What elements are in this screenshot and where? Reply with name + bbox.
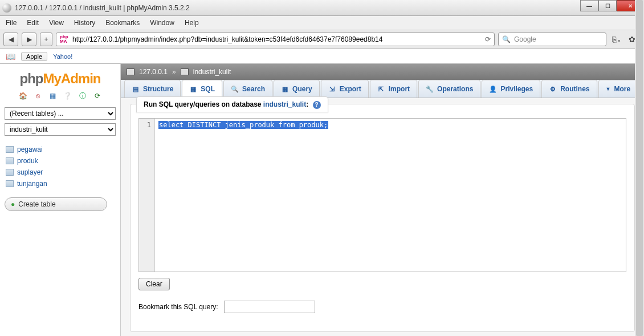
editor-gutter: 1 (139, 119, 155, 272)
table-icon (6, 146, 14, 153)
tab-bar: ▤Structure ▦SQL 🔍Search ▦Query ⇲Export ⇱… (121, 80, 644, 98)
search-box[interactable]: 🔍 Google (498, 33, 606, 46)
tab-import[interactable]: ⇱Import (370, 80, 417, 98)
search-tab-icon: 🔍 (231, 85, 239, 93)
sidebar-icon-row: 🏠 ⎋ ▦ ❔ ⓘ ⟳ (19, 91, 102, 100)
minimize-button[interactable]: — (580, 0, 598, 11)
chevron-down-icon: ▼ (606, 86, 611, 92)
tab-search[interactable]: 🔍Search (223, 80, 272, 98)
breadcrumb: 127.0.0.1 » industri_kulit (121, 64, 644, 80)
tab-operations[interactable]: 🔧Operations (418, 80, 480, 98)
menu-file[interactable]: File (6, 19, 17, 27)
bookmark-label: Bookmark this SQL query: (138, 303, 218, 311)
query-icon: ▦ (281, 85, 289, 93)
sidebar: phpMyAdmin 🏠 ⎋ ▦ ❔ ⓘ ⟳ (Recent tables) .… (0, 64, 121, 336)
table-list: pegawai produk suplayer tunjangan (5, 144, 116, 189)
url-text: http://127.0.0.1/phpmyadmin/index.php?db… (72, 35, 482, 43)
pma-logo: phpMyAdmin (20, 71, 101, 87)
database-select[interactable]: industri_kulit (5, 123, 116, 136)
logo-myadmin: MyAdmin (43, 71, 100, 86)
tab-more[interactable]: ▼More (598, 80, 638, 98)
clear-button[interactable]: Clear (138, 278, 170, 290)
browser-menubar: File Edit View History Bookmarks Window … (0, 16, 644, 30)
tab-sql[interactable]: ▦SQL (182, 80, 222, 98)
create-table-button[interactable]: ● Create table (5, 197, 107, 211)
search-icon: 🔍 (502, 35, 511, 43)
menu-window[interactable]: Window (150, 19, 174, 27)
docs-icon[interactable]: ❔ (63, 91, 72, 100)
exit-icon[interactable]: ⎋ (34, 91, 43, 100)
bookmark-apple[interactable]: Apple (21, 52, 47, 61)
reload-sidebar-icon[interactable]: ⟳ (93, 91, 102, 100)
bookmarks-icon[interactable]: 📖 (6, 52, 15, 61)
sql-selection: select DISTINCT jenis_produk from produk… (158, 121, 328, 129)
operations-icon: 🔧 (426, 85, 434, 93)
bookmark-row: Bookmark this SQL query: (138, 301, 626, 313)
menu-view[interactable]: View (49, 19, 64, 27)
app-body: phpMyAdmin 🏠 ⎋ ▦ ❔ ⓘ ⟳ (Recent tables) .… (0, 64, 644, 336)
sql-icon[interactable]: ▦ (48, 91, 58, 100)
structure-icon: ▤ (132, 85, 140, 93)
sql-panel: Run SQL query/queries on database indust… (130, 104, 635, 332)
recent-tables-select[interactable]: (Recent tables) ... (5, 107, 116, 120)
maximize-button[interactable]: ☐ (598, 0, 617, 11)
run-query-label: Run SQL query/queries on database indust… (136, 96, 328, 112)
home-icon[interactable]: 🏠 (19, 91, 28, 100)
add-tab-button[interactable]: + (40, 33, 52, 46)
import-icon: ⇱ (377, 85, 385, 93)
table-link-pegawai[interactable]: pegawai (5, 144, 116, 155)
reload-icon[interactable]: ⟳ (485, 35, 491, 43)
table-link-tunjangan[interactable]: tunjangan (5, 178, 116, 189)
url-toolbar: ◀ ▶ + php MA http://127.0.0.1/phpmyadmin… (0, 30, 644, 49)
info-icon[interactable]: ⓘ (78, 91, 87, 100)
tab-export[interactable]: ⇲Export (321, 80, 369, 98)
sql-tab-icon: ▦ (189, 85, 197, 93)
breadcrumb-sep: » (172, 68, 176, 76)
window-title: 127.0.0.1 / 127.0.0.1 / industri_kulit |… (15, 4, 642, 12)
tab-privileges[interactable]: 👤Privileges (482, 80, 540, 98)
new-window-icon[interactable]: ⎘▾ (610, 33, 623, 46)
menu-history[interactable]: History (74, 19, 95, 27)
forward-button[interactable]: ▶ (22, 33, 36, 46)
content-area: 127.0.0.1 » industri_kulit ▤Structure ▦S… (121, 64, 644, 336)
plus-icon: ● (11, 200, 15, 208)
tab-query[interactable]: ▦Query (274, 80, 320, 98)
window-titlebar: 127.0.0.1 / 127.0.0.1 / industri_kulit |… (0, 0, 644, 16)
search-placeholder: Google (514, 35, 536, 43)
table-link-produk[interactable]: produk (5, 155, 116, 167)
tab-structure[interactable]: ▤Structure (124, 80, 181, 98)
logo-php: php (20, 71, 43, 86)
run-query-db: industri_kulit (263, 100, 306, 108)
bookmark-input[interactable] (224, 301, 315, 313)
menu-help[interactable]: Help (185, 19, 199, 27)
table-icon (6, 180, 14, 187)
window-scrollbar[interactable] (635, 0, 644, 336)
table-icon (6, 169, 14, 176)
table-link-suplayer[interactable]: suplayer (5, 167, 116, 178)
database-icon (181, 68, 189, 75)
sql-editor[interactable]: 1 select DISTINCT jenis_produk from prod… (138, 118, 626, 272)
bookmark-bar: 📖 Apple Yahoo! (0, 49, 644, 64)
tab-routines[interactable]: ⚙Routines (541, 80, 597, 98)
server-icon (127, 68, 134, 75)
breadcrumb-db[interactable]: industri_kulit (193, 68, 231, 76)
window-scroll-thumb[interactable] (636, 0, 643, 336)
menu-edit[interactable]: Edit (27, 19, 39, 27)
favicon-icon (2, 3, 11, 13)
back-button[interactable]: ◀ (3, 33, 18, 46)
pma-favicon-icon: php MA (60, 35, 69, 44)
privileges-icon: 👤 (489, 85, 497, 93)
menu-bookmarks[interactable]: Bookmarks (105, 19, 140, 27)
editor-code[interactable]: select DISTINCT jenis_produk from produk… (155, 119, 626, 272)
routines-icon: ⚙ (549, 85, 557, 93)
table-icon (6, 157, 14, 164)
export-icon: ⇲ (328, 85, 336, 93)
create-table-label: Create table (18, 200, 55, 208)
bookmark-yahoo[interactable]: Yahoo! (53, 53, 72, 60)
url-field[interactable]: php MA http://127.0.0.1/phpmyadmin/index… (56, 33, 495, 46)
help-icon[interactable]: ? (313, 101, 321, 109)
breadcrumb-host[interactable]: 127.0.0.1 (139, 68, 168, 76)
